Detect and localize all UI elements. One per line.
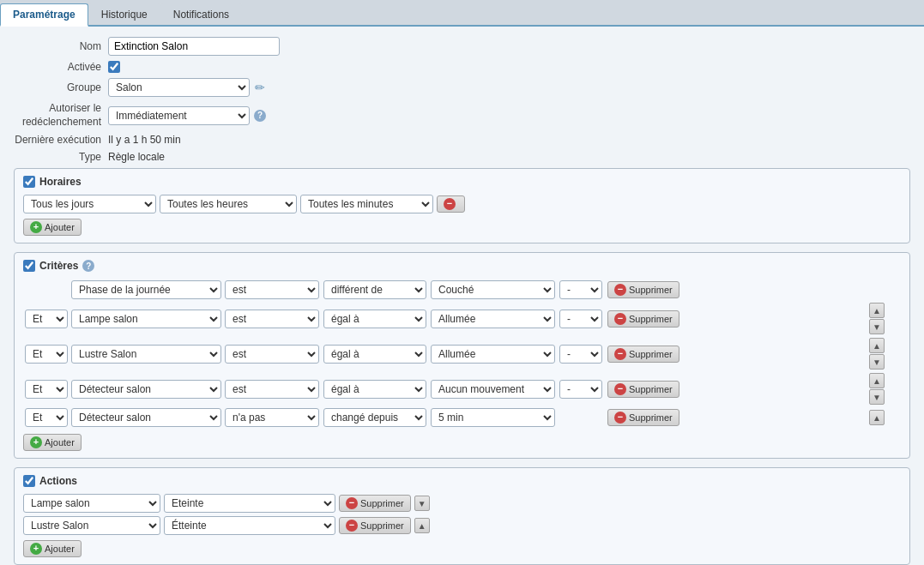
table-row: Et Détecteur salon est égal à Aucun mouv… <box>23 371 901 406</box>
action-arrows: ▲ <box>414 518 430 533</box>
nom-input[interactable] <box>108 37 280 56</box>
action-arrows: ▼ <box>414 496 430 511</box>
schedule-row: Tous les jours Toutes les heures Toutes … <box>23 195 901 213</box>
actions-ajouter-button[interactable]: + Ajouter <box>23 540 82 557</box>
horaires-section: Horaires Tous les jours Toutes les heure… <box>14 168 910 243</box>
action-state-select[interactable]: Étteinte <box>164 516 335 535</box>
minus-icon: − <box>614 348 626 360</box>
horaires-supprimer-button[interactable]: − <box>437 195 465 213</box>
verb-select[interactable]: est <box>225 310 319 328</box>
action-supprimer-button[interactable]: − Supprimer <box>339 517 411 534</box>
horaires-ajouter-button[interactable]: + Ajouter <box>23 219 82 236</box>
supprimer-button[interactable]: − Supprimer <box>607 409 679 426</box>
arrow-down-button[interactable]: ▼ <box>414 496 430 511</box>
actions-checkbox[interactable] <box>23 475 35 487</box>
derniere-exec-value: Il y a 1 h 50 min <box>108 134 181 146</box>
horaires-checkbox[interactable] <box>23 176 35 188</box>
subject-select[interactable]: Lustre Salon <box>71 345 221 364</box>
minus-icon: − <box>614 313 626 325</box>
subject-select[interactable]: Lampe salon <box>71 310 221 328</box>
autoriser-select[interactable]: Immédiatement <box>108 106 250 125</box>
extra-select[interactable]: - <box>559 280 602 299</box>
supprimer-button[interactable]: − Supprimer <box>607 346 679 363</box>
actions-header: Actions <box>23 475 901 487</box>
arrow-up-button[interactable]: ▲ <box>869 303 885 318</box>
supprimer-button[interactable]: − Supprimer <box>607 381 679 398</box>
activee-label: Activée <box>14 61 108 73</box>
comparator-select[interactable]: égal à <box>323 310 426 328</box>
actions-container: Lampe salon Eteinte − Supprimer ▼ Lustre… <box>23 494 901 535</box>
action-device-select[interactable]: Lampe salon <box>23 494 160 513</box>
tab-historique[interactable]: Historique <box>88 3 160 25</box>
tab-notifications[interactable]: Notifications <box>160 3 242 25</box>
minus-icon: − <box>614 284 626 296</box>
subject-select[interactable]: Détecteur salon <box>71 408 221 427</box>
table-row: Et Détecteur salon n'a pas changé depuis… <box>23 406 901 429</box>
arrow-up-button[interactable]: ▲ <box>869 410 885 425</box>
main-content: Nom Activée Groupe Salon ✏ Autoriser le … <box>0 27 924 565</box>
autoriser-label: Autoriser le redéclenchement <box>14 102 108 129</box>
groupe-select[interactable]: Salon <box>108 78 250 97</box>
list-item: Lustre Salon Étteinte − Supprimer ▲ <box>23 516 901 535</box>
arrow-down-button[interactable]: ▼ <box>869 319 885 334</box>
supprimer-button[interactable]: − Supprimer <box>607 281 679 298</box>
table-row: Et Lampe salon est égal à Allumée - − <box>23 301 901 336</box>
plus-icon: + <box>30 436 42 448</box>
verb-select[interactable]: est <box>225 280 319 299</box>
minus-icon: − <box>346 497 358 509</box>
comparator-select[interactable]: différent de <box>323 280 426 299</box>
value-select[interactable]: 5 min <box>431 408 555 427</box>
connector-select[interactable]: Et <box>25 380 68 399</box>
form-groupe-row: Groupe Salon ✏ <box>14 78 910 97</box>
value-select[interactable]: Allumée <box>431 310 555 328</box>
minus-icon: − <box>614 412 626 424</box>
actions-section: Actions Lampe salon Eteinte − Supprimer … <box>14 467 910 565</box>
table-row: Et Lustre Salon est égal à Allumée - − <box>23 336 901 371</box>
extra-select[interactable]: - <box>559 345 602 364</box>
form-activee-row: Activée <box>14 61 910 73</box>
arrow-up-button[interactable]: ▲ <box>869 373 885 388</box>
help-icon[interactable]: ? <box>254 110 266 122</box>
verb-select[interactable]: est <box>225 380 319 399</box>
nom-label: Nom <box>14 40 108 52</box>
verb-select[interactable]: est <box>225 345 319 364</box>
supprimer-button[interactable]: − Supprimer <box>607 310 679 328</box>
value-select[interactable]: Allumée <box>431 345 555 364</box>
jours-select[interactable]: Tous les jours <box>23 195 156 213</box>
tab-parametrage[interactable]: Paramétrage <box>0 3 88 27</box>
actions-title: Actions <box>39 475 77 487</box>
connector-select[interactable]: Et <box>25 408 68 427</box>
value-select[interactable]: Aucun mouvement <box>431 380 555 399</box>
list-item: Lampe salon Eteinte − Supprimer ▼ <box>23 494 901 513</box>
criteria-table: Phase de la journée est différent de Cou… <box>23 279 901 429</box>
verb-select[interactable]: n'a pas <box>225 408 319 427</box>
criteres-checkbox[interactable] <box>23 260 35 272</box>
action-state-select[interactable]: Eteinte <box>164 494 335 513</box>
minus-icon: − <box>444 198 456 210</box>
subject-select[interactable]: Détecteur salon <box>71 380 221 399</box>
edit-icon[interactable]: ✏ <box>255 81 265 94</box>
comparator-select[interactable]: égal à <box>323 380 426 399</box>
subject-select[interactable]: Phase de la journée <box>71 280 221 299</box>
connector-select[interactable]: Et <box>25 345 68 364</box>
connector-select[interactable]: Et <box>25 310 68 328</box>
arrow-up-button[interactable]: ▲ <box>414 518 430 533</box>
heures-select[interactable]: Toutes les heures <box>160 195 297 213</box>
activee-checkbox[interactable] <box>108 61 120 73</box>
arrow-up-button[interactable]: ▲ <box>869 338 885 353</box>
comparator-select[interactable]: changé depuis <box>323 408 426 427</box>
comparator-select[interactable]: égal à <box>323 345 426 364</box>
extra-select[interactable]: - <box>559 310 602 328</box>
minus-icon: − <box>614 383 626 395</box>
criteres-ajouter-button[interactable]: + Ajouter <box>23 434 82 451</box>
value-select[interactable]: Couché <box>431 280 555 299</box>
arrow-down-button[interactable]: ▼ <box>869 389 885 405</box>
arrow-down-button[interactable]: ▼ <box>869 354 885 370</box>
action-supprimer-button[interactable]: − Supprimer <box>339 495 411 512</box>
extra-select[interactable]: - <box>559 380 602 399</box>
criteres-help-icon[interactable]: ? <box>82 260 94 272</box>
plus-icon: + <box>30 221 42 233</box>
action-device-select[interactable]: Lustre Salon <box>23 516 160 535</box>
minutes-select[interactable]: Toutes les minutes <box>300 195 433 213</box>
actions-add-row: + Ajouter <box>23 540 901 557</box>
